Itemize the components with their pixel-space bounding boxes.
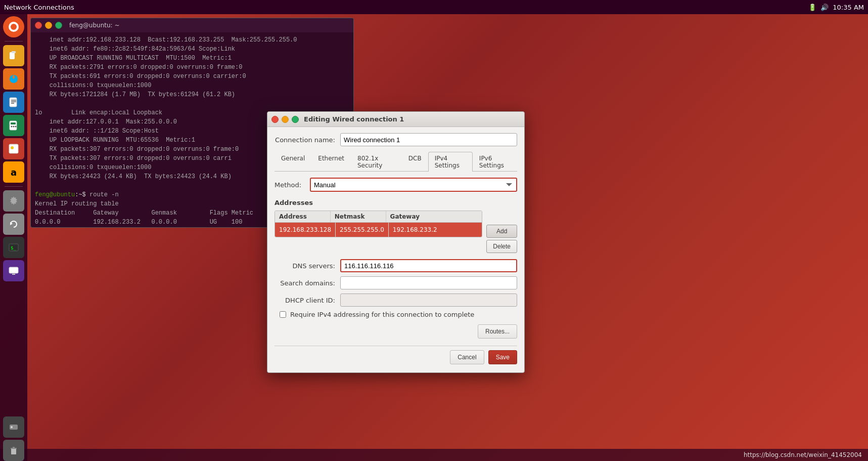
update-icon[interactable] bbox=[3, 214, 24, 235]
topbar-right: 🔋 🔊 10:35 AM bbox=[808, 4, 864, 11]
dialog-body: Connection name: General Ethernet 802.1x… bbox=[267, 127, 524, 372]
connection-name-row: Connection name: bbox=[275, 133, 517, 146]
draw-icon[interactable] bbox=[3, 138, 24, 159]
require-ipv4-checkbox[interactable] bbox=[280, 311, 286, 318]
dialog-footer: Cancel Save bbox=[275, 346, 517, 366]
tab-ipv6[interactable]: IPv6 Settings bbox=[473, 152, 517, 172]
dhcp-label: DHCP client ID: bbox=[275, 297, 340, 304]
dhcp-row: DHCP client ID: bbox=[275, 294, 517, 307]
svg-text:$_: $_ bbox=[11, 245, 16, 250]
ubuntu-logo[interactable] bbox=[3, 16, 24, 37]
tab-8021x[interactable]: 802.1x Security bbox=[351, 152, 402, 172]
term-line: inet addr:192.168.233.128 Bcast:192.168.… bbox=[35, 35, 349, 45]
bottombar: https://blog.csdn.net/weixin_41452004 bbox=[0, 449, 868, 461]
addresses-container: Address Netmask Gateway 192.168.233.128 … bbox=[275, 211, 482, 237]
svg-point-4 bbox=[10, 75, 18, 83]
term-line: UP BROADCAST RUNNING MULTICAST MTU:1500 … bbox=[35, 54, 349, 63]
edit-connection-dialog: Editing Wired connection 1 Connection na… bbox=[267, 111, 525, 373]
svg-rect-20 bbox=[9, 267, 18, 273]
svg-rect-3 bbox=[12, 51, 16, 53]
sidebar: a $_ bbox=[0, 14, 27, 461]
svg-rect-9 bbox=[10, 121, 17, 130]
screen-share-icon[interactable] bbox=[3, 260, 24, 281]
terminal-max-btn[interactable] bbox=[55, 22, 62, 29]
dialog-title: Editing Wired connection 1 bbox=[304, 115, 404, 123]
svg-rect-5 bbox=[10, 98, 17, 107]
svg-rect-18 bbox=[9, 244, 18, 251]
addr-cell-netmask: 255.255.255.0 bbox=[336, 223, 389, 237]
tab-ipv4[interactable]: IPv4 Settings bbox=[428, 152, 473, 172]
svg-point-16 bbox=[12, 199, 16, 203]
dialog-min-btn[interactable] bbox=[282, 116, 289, 123]
terminal-titlebar: feng@ubuntu: ~ bbox=[31, 18, 353, 32]
svg-point-23 bbox=[11, 426, 13, 428]
dns-row: DNS servers: bbox=[275, 259, 517, 272]
battery-icon: 🔋 bbox=[808, 4, 816, 11]
topbar: Network Connections 🔋 🔊 10:35 AM bbox=[0, 0, 868, 14]
writer-icon[interactable] bbox=[3, 92, 24, 113]
method-select[interactable]: Automatic (DHCP) Manual Link-Local Only … bbox=[310, 178, 517, 192]
addr-col-address: Address bbox=[275, 211, 331, 222]
tab-general[interactable]: General bbox=[275, 152, 311, 172]
dns-label: DNS servers: bbox=[275, 262, 340, 270]
settings-icon[interactable] bbox=[3, 190, 24, 212]
search-domains-label: Search domains: bbox=[275, 279, 340, 287]
terminal-min-btn[interactable] bbox=[45, 22, 52, 29]
dialog-titlebar: Editing Wired connection 1 bbox=[267, 112, 524, 127]
terminal-icon[interactable]: $_ bbox=[3, 237, 24, 258]
svg-rect-2 bbox=[10, 52, 15, 59]
save-button[interactable]: Save bbox=[488, 350, 517, 364]
volume-icon: 🔊 bbox=[820, 4, 829, 11]
addr-data-row[interactable]: 192.168.233.128 255.255.255.0 192.168.23… bbox=[275, 223, 482, 237]
search-domains-input[interactable] bbox=[340, 276, 517, 289]
svg-point-1 bbox=[11, 24, 17, 30]
svg-marker-17 bbox=[10, 222, 13, 225]
firefox-icon[interactable] bbox=[3, 68, 24, 90]
amazon-icon[interactable]: a bbox=[3, 161, 24, 183]
svg-rect-22 bbox=[10, 425, 18, 430]
svg-point-12 bbox=[13, 126, 15, 128]
calc-icon[interactable] bbox=[3, 115, 24, 136]
amazon-letter: a bbox=[11, 167, 17, 178]
method-label: Method: bbox=[275, 181, 310, 189]
delete-address-button[interactable]: Delete bbox=[486, 240, 517, 253]
addresses-section: Address Netmask Gateway 192.168.233.128 … bbox=[275, 211, 517, 253]
term-line bbox=[35, 99, 349, 108]
connection-name-label: Connection name: bbox=[275, 136, 340, 144]
dialog-max-btn[interactable] bbox=[292, 116, 299, 123]
svg-rect-10 bbox=[11, 122, 16, 124]
add-address-button[interactable]: Add bbox=[486, 225, 517, 238]
addresses-table-wrap: Address Netmask Gateway 192.168.233.128 … bbox=[275, 211, 482, 253]
addr-col-netmask: Netmask bbox=[331, 211, 386, 222]
term-line: inet6 addr: fe80::2c82:549f:842a:5963/64… bbox=[35, 45, 349, 54]
dns-input[interactable] bbox=[340, 259, 517, 272]
routes-row: Routes... bbox=[275, 324, 517, 339]
term-line: RX packets:2791 errors:0 dropped:0 overr… bbox=[35, 63, 349, 72]
svg-rect-24 bbox=[11, 448, 16, 454]
tab-ethernet[interactable]: Ethernet bbox=[311, 152, 351, 172]
topbar-title: Network Connections bbox=[4, 4, 74, 11]
dialog-close-btn[interactable] bbox=[271, 116, 279, 123]
tabs-bar: General Ethernet 802.1x Security DCB IPv… bbox=[275, 151, 517, 172]
files-icon[interactable] bbox=[3, 45, 24, 66]
cancel-button[interactable]: Cancel bbox=[450, 350, 484, 364]
addr-cell-address: 192.168.233.128 bbox=[275, 223, 336, 237]
require-ipv4-label: Require IPv4 addressing for this connect… bbox=[290, 311, 474, 318]
svg-rect-14 bbox=[9, 144, 18, 153]
svg-point-13 bbox=[15, 126, 17, 128]
addr-buttons-col: Add Delete bbox=[486, 211, 517, 253]
trash-icon[interactable] bbox=[3, 440, 24, 461]
terminal-close-btn[interactable] bbox=[35, 22, 42, 29]
tab-dcb[interactable]: DCB bbox=[402, 152, 428, 172]
topbar-time: 10:35 AM bbox=[833, 4, 864, 11]
dhcp-input[interactable] bbox=[340, 294, 517, 307]
method-row: Method: Automatic (DHCP) Manual Link-Loc… bbox=[275, 178, 517, 192]
bottombar-url: https://blog.csdn.net/weixin_41452004 bbox=[744, 451, 862, 458]
addr-col-gateway: Gateway bbox=[386, 211, 442, 222]
routes-button[interactable]: Routes... bbox=[478, 324, 517, 339]
connection-name-input[interactable] bbox=[340, 133, 517, 146]
storage-icon[interactable] bbox=[3, 416, 24, 438]
addr-cell-gateway: 192.168.233.2 bbox=[389, 223, 441, 237]
checkbox-row: Require IPv4 addressing for this connect… bbox=[275, 311, 517, 318]
addresses-title: Addresses bbox=[275, 199, 517, 206]
